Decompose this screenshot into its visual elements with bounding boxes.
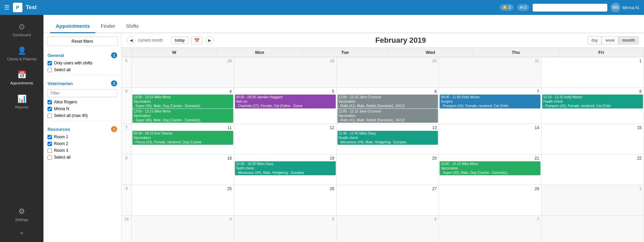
cal-next-button[interactable]: ▶ [205, 36, 214, 44]
cal-prev-button[interactable]: ◀ [127, 36, 135, 44]
cal-week-5: 5 28 29 30 31 1 [122, 57, 644, 88]
cal-header-tue: Tue [302, 48, 388, 57]
filter-vet-select-all-checkbox[interactable] [48, 114, 52, 118]
table-row[interactable]: 28 [439, 185, 541, 216]
list-item[interactable]: 12:00 - 12:15 Jane O'connorVaccination- … [337, 109, 438, 123]
filter-general-badge: 1 [111, 52, 117, 58]
table-row[interactable]: 30 [337, 57, 439, 88]
table-row[interactable]: 27 [337, 185, 439, 216]
table-row[interactable]: 4 [132, 216, 234, 242]
calendar-body: Reset filters General 1 Only users with … [43, 33, 644, 242]
table-row[interactable]: 28 [132, 57, 234, 88]
table-row[interactable]: 1 [541, 57, 644, 88]
tabs-bar: Appointments Finder Shifts [43, 15, 644, 33]
tab-shifts[interactable]: Shifts [121, 20, 144, 33]
table-row[interactable]: 7 [439, 216, 541, 242]
filter-resources-select-all-row: Select all [43, 154, 121, 161]
calendar-main: ◀ current month today 📅 ▶ February 2019 … [122, 33, 644, 242]
filter-room2-checkbox[interactable] [48, 142, 52, 146]
sidebar-item-appointments[interactable]: 📅 Appointments [0, 66, 43, 89]
filter-vet-header: Veterinarian 2 [43, 78, 121, 88]
sidebar-item-label: Settings [15, 218, 29, 222]
table-row[interactable]: 12 [234, 124, 337, 155]
cal-header-wed: Wed [388, 48, 474, 57]
table-row[interactable]: 18 [132, 155, 234, 185]
cal-view-month-button[interactable]: month [619, 36, 639, 44]
table-row[interactable]: 8 11:15 - 12:15 Kelly MooreHealth check-… [541, 88, 644, 124]
cal-today-button[interactable]: today [171, 37, 188, 44]
sidebar-item-label: Clients & Patients [7, 57, 37, 61]
filter-room3-label: Room 3 [54, 148, 68, 153]
notifications-button[interactable]: 🔔 0 [500, 4, 514, 11]
tab-appointments[interactable]: Appointments [50, 20, 95, 33]
list-item[interactable]: 09:00 - 09:30 Jannike HaggardNail cut- C… [235, 95, 336, 108]
table-row[interactable]: 31 [439, 57, 541, 88]
cal-calendar-picker-button[interactable]: 📅 [191, 37, 203, 44]
search-input[interactable] [533, 4, 607, 12]
table-row[interactable]: 26 [234, 185, 337, 216]
table-row[interactable]: 6 12:00 - 12:15 Jane O'connorVaccination… [337, 88, 439, 124]
cal-week-6: 6 4 13:00 - 13:15 Mike MinorVaccination-… [122, 88, 644, 124]
hamburger-icon[interactable]: ☰ [4, 4, 10, 11]
table-row[interactable]: 4 13:00 - 13:15 Mike MinorVaccination- S… [132, 88, 234, 124]
table-row[interactable]: 5 09:00 - 09:30 Jannike HaggardNail cut-… [234, 88, 337, 124]
table-row[interactable]: 11 09:00 - 09:15 Eve ObamaVaccination- P… [132, 124, 234, 155]
cal-toolbar: ◀ current month today 📅 ▶ February 2019 … [122, 33, 644, 48]
table-row[interactable]: 5 [234, 216, 337, 242]
filter-room3-checkbox[interactable] [48, 148, 52, 153]
table-row[interactable]: 7 09:00 - 11:00 Kelly MooreSurgery- Pomp… [439, 88, 541, 124]
list-item[interactable]: 13:00 - 13:15 Mike MinorVaccination- Sup… [132, 95, 233, 108]
sidebar-item-clients[interactable]: 👤 Clients & Patients [0, 42, 43, 65]
tab-finder[interactable]: Finder [95, 20, 121, 33]
table-row[interactable] [541, 216, 644, 242]
content-area: Appointments Finder Shifts Reset filters… [43, 15, 644, 242]
table-row[interactable]: 13 11:45 - 12:45 Miles DavyHealth check-… [337, 124, 439, 155]
filter-general-select-all-checkbox[interactable] [48, 68, 52, 72]
list-item[interactable]: 13:00 - 13:15 Mike MinorVaccination- Sup… [132, 109, 233, 123]
list-item[interactable]: 11:15 - 12:15 Kelly MooreHealth check- P… [542, 95, 643, 108]
sidebar-item-dashboard[interactable]: ⊙ Dashboard [0, 18, 43, 41]
sidebar-collapse-button[interactable]: « [18, 227, 26, 239]
topnav: ☰ P Test 🔔 0 ✉ 0 MN Minna N. [0, 0, 644, 15]
sidebar-item-reports[interactable]: 📊 Reports [0, 90, 43, 113]
table-row[interactable]: 25 [132, 185, 234, 216]
cal-week-8: 8 18 19 10:00 - 10:30 Miles DavyTeeth ch… [122, 155, 644, 185]
reset-filters-button[interactable]: Reset filters [47, 37, 118, 46]
filter-vet-alice-checkbox[interactable] [48, 100, 52, 104]
cal-header-fri: Fri [559, 48, 644, 57]
table-row[interactable]: 15 [541, 124, 644, 155]
table-row[interactable]: 14 [439, 124, 541, 155]
cal-title: February 2019 [216, 36, 585, 45]
filter-vet-minna-checkbox[interactable] [48, 107, 52, 111]
filter-only-users-shifts-row: Only users with shifts [43, 60, 121, 66]
cal-header-row: W Mon Tue Wed Thu Fri [122, 48, 644, 57]
messages-button[interactable]: ✉ 0 [517, 4, 529, 11]
sidebar-item-settings[interactable]: ⚙ Settings [0, 203, 43, 226]
filter-resources-title: Resources [48, 127, 70, 132]
user-menu[interactable]: MN Minna N. [611, 3, 640, 12]
list-item[interactable]: 12:00 - 12:15 Jane O'connorVaccination- … [337, 95, 438, 108]
filter-vet-search[interactable] [48, 89, 117, 97]
table-row[interactable]: 19 10:00 - 10:30 Miles DavyTeeth check- … [234, 155, 337, 185]
table-row[interactable]: 1 [541, 185, 644, 216]
table-row[interactable]: 21 14:00 - 14:15 Mike MinorVaccination- … [439, 155, 541, 185]
table-row[interactable]: 20 [337, 155, 439, 185]
filter-vet-select-all-row: Select all (max 40) [43, 112, 121, 119]
table-row[interactable]: 29 [234, 57, 337, 88]
cal-week-9: 9 25 26 27 28 1 [122, 185, 644, 216]
list-item[interactable]: 11:45 - 12:45 Miles DavyHealth check- Mo… [337, 131, 438, 145]
cal-view-day-button[interactable]: day [588, 36, 602, 44]
cal-weeknum-7: 7 [122, 124, 132, 155]
filter-panel: Reset filters General 1 Only users with … [43, 33, 122, 242]
filter-vet-minna-label: Minna N [54, 106, 69, 111]
cal-view-week-button[interactable]: week [602, 36, 619, 44]
list-item[interactable]: 09:00 - 09:15 Eve ObamaVaccination- Penn… [132, 131, 233, 145]
list-item[interactable]: 14:00 - 14:15 Mike MinorVaccination- Sup… [440, 161, 540, 175]
list-item[interactable]: 10:00 - 10:30 Miles DavyTeeth check- Mon… [235, 161, 336, 175]
filter-room1-checkbox[interactable] [48, 135, 52, 139]
list-item[interactable]: 09:00 - 11:00 Kelly MooreSurgery- Pompom… [440, 95, 540, 108]
table-row[interactable]: 22 [541, 155, 644, 185]
filter-resources-select-all-checkbox[interactable] [48, 155, 52, 160]
filter-only-users-shifts-checkbox[interactable] [48, 61, 52, 65]
table-row[interactable]: 6 [337, 216, 439, 242]
